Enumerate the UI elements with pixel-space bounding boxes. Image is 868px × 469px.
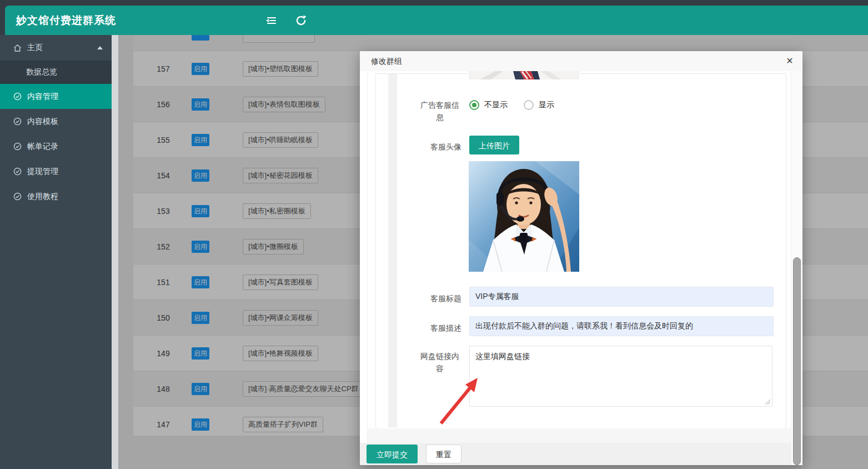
sidebar-item-label: 使用教程 <box>27 192 58 202</box>
card-bottom-band <box>368 428 791 443</box>
check-circle-icon <box>13 92 22 101</box>
radio-selected-icon[interactable] <box>469 100 479 110</box>
sidebar-item-label: 内容管理 <box>27 92 58 102</box>
caret-up-icon <box>97 46 103 49</box>
radio-show[interactable]: 显示 <box>524 100 554 110</box>
check-circle-icon <box>13 117 22 126</box>
check-circle-icon <box>13 192 22 201</box>
modal-body: 广告客服信息 不显示 显示 客服头像 上传图片 <box>360 71 802 443</box>
submit-button[interactable]: 立即提交 <box>367 445 418 463</box>
sidebar-item-label: 帐单记录 <box>27 142 58 152</box>
modal-title-bar: 修改群组 ✕ <box>360 51 802 72</box>
sidebar-item-withdraw-manage[interactable]: 提现管理 <box>0 159 112 184</box>
check-circle-icon <box>13 167 22 176</box>
modal-scrollbar-track[interactable] <box>791 71 802 465</box>
service-avatar-photo <box>469 161 579 272</box>
app-title: 妙文馆付费进群系统 <box>16 6 116 35</box>
top-bar: 妙文馆付费进群系统 <box>5 6 868 35</box>
modal-footer: 立即提交 重置 <box>360 443 802 465</box>
close-icon[interactable]: ✕ <box>784 55 796 67</box>
collapse-menu-icon[interactable] <box>264 14 278 27</box>
radio-label: 显示 <box>539 100 554 110</box>
app-window: 妙文馆付费进群系统 主页 数据总览 <box>0 0 868 469</box>
netdisk-label: 网盘链接内容 <box>418 350 461 375</box>
netdisk-textarea[interactable]: 这里填网盘链接 <box>469 346 772 407</box>
sidebar-item-bill-records[interactable]: 帐单记录 <box>0 134 112 159</box>
radio-label: 不显示 <box>484 100 508 110</box>
ad-service-label: 广告客服信息 <box>418 99 461 123</box>
service-photo-partial <box>469 71 579 79</box>
sidebar-item-label: 提现管理 <box>27 167 58 177</box>
service-desc-label: 客服描述 <box>418 322 461 334</box>
sidebar-item-label: 内容模板 <box>27 117 58 127</box>
sidebar-item-content-template[interactable]: 内容模板 <box>0 109 112 134</box>
content-scrollbar-track[interactable] <box>112 35 118 469</box>
edit-group-modal: 修改群组 ✕ 广告客服信息 <box>360 51 802 465</box>
sidebar-item-home[interactable]: 主页 <box>0 35 112 61</box>
upload-image-button[interactable]: 上传图片 <box>469 136 519 154</box>
radio-hide[interactable]: 不显示 <box>469 100 508 110</box>
sidebar-item-content-manage[interactable]: 内容管理 <box>0 84 112 109</box>
check-circle-icon <box>13 142 22 151</box>
panel-border <box>367 71 368 443</box>
sidebar-item-tutorial[interactable]: 使用教程 <box>0 184 112 209</box>
sidebar-item-label: 数据总览 <box>26 67 57 77</box>
card-gutter <box>388 74 397 427</box>
modal-scrollbar-thumb[interactable] <box>793 257 801 465</box>
sidebar: 主页 数据总览 内容管理 内容模板 <box>0 35 112 469</box>
sidebar-item-label: 主页 <box>27 43 43 53</box>
service-desc-input[interactable] <box>469 316 774 336</box>
radio-unselected-icon[interactable] <box>524 100 534 110</box>
sidebar-item-data-overview[interactable]: 数据总览 <box>0 61 112 84</box>
modal-title: 修改群组 <box>371 51 402 71</box>
refresh-icon[interactable] <box>294 14 308 27</box>
home-icon <box>13 43 22 53</box>
reset-button[interactable]: 重置 <box>426 445 461 463</box>
avatar-label: 客服头像 <box>418 141 461 153</box>
service-title-label: 客服标题 <box>418 292 461 305</box>
service-title-input[interactable] <box>469 287 774 307</box>
